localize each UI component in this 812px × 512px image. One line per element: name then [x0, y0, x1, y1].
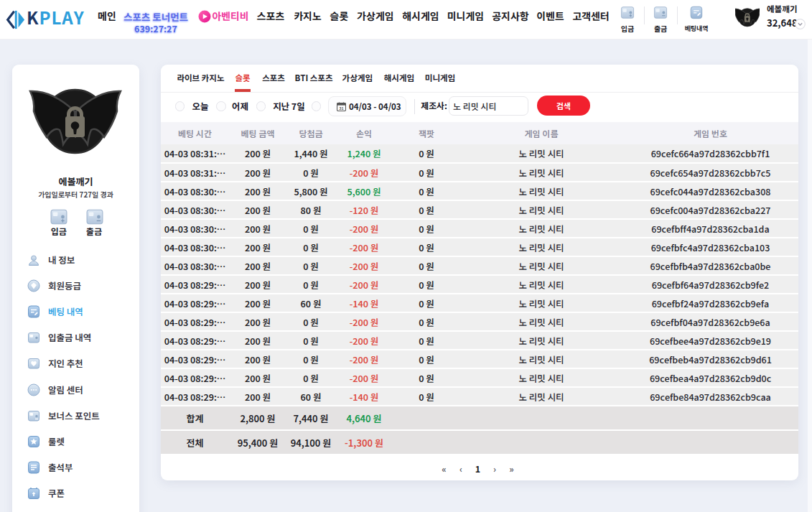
svg-text:31: 31: [339, 106, 344, 111]
